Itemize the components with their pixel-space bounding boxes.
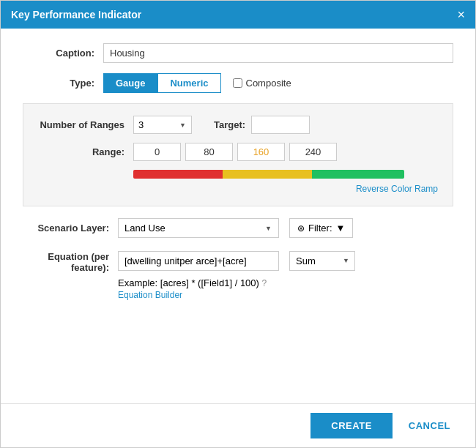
color-ramp xyxy=(133,170,404,179)
num-ranges-select-wrapper: 3 1 2 4 5 xyxy=(133,116,192,134)
caption-row: Caption: xyxy=(23,43,453,63)
type-row: Type: Gauge Numeric Composite xyxy=(23,73,453,93)
dialog-body: Caption: Type: Gauge Numeric Composite N… xyxy=(1,29,475,403)
dialog-footer: CREATE CANCEL xyxy=(1,403,475,447)
range-input-1[interactable] xyxy=(185,143,233,161)
range-row: Range: xyxy=(38,143,438,161)
caption-label: Caption: xyxy=(23,48,103,59)
composite-checkbox[interactable] xyxy=(233,78,242,88)
scenario-section: Scenario Layer: Land Use Zoning General … xyxy=(23,218,453,307)
filter-icon: ⊛ xyxy=(297,223,305,234)
filter-button[interactable]: ⊛ Filter: ▼ xyxy=(289,218,353,238)
range-inputs xyxy=(133,143,337,161)
scenario-layer-select[interactable]: Land Use Zoning General Plan xyxy=(118,218,279,238)
scenario-layer-label: Scenario Layer: xyxy=(23,223,118,234)
filter-dropdown-icon: ▼ xyxy=(336,223,346,234)
target-label: Target: xyxy=(214,119,245,130)
range-input-0[interactable] xyxy=(133,143,181,161)
filter-label: Filter: xyxy=(308,223,332,234)
gauge-button[interactable]: Gauge xyxy=(103,73,157,93)
gauge-section: Number of Ranges 3 1 2 4 5 Target: xyxy=(23,103,453,206)
scenario-select-wrapper: Land Use Zoning General Plan xyxy=(118,218,279,238)
range-input-3[interactable] xyxy=(289,143,337,161)
target-input[interactable] xyxy=(251,116,310,134)
target-section: Target: xyxy=(214,116,310,134)
equation-hint-row: Example: [acres] * ([Field1] / 100) ? xyxy=(118,277,453,288)
reverse-color-ramp-container: Reverse Color Ramp xyxy=(38,183,438,194)
reverse-color-ramp-link[interactable]: Reverse Color Ramp xyxy=(356,184,438,194)
type-label: Type: xyxy=(23,78,103,89)
composite-label: Composite xyxy=(246,78,291,89)
cancel-button[interactable]: CANCEL xyxy=(398,413,461,438)
type-buttons: Gauge Numeric xyxy=(103,73,221,93)
num-ranges-label: Number of Ranges xyxy=(38,119,133,130)
help-icon[interactable]: ? xyxy=(262,278,267,288)
scenario-layer-row: Scenario Layer: Land Use Zoning General … xyxy=(23,218,453,238)
sum-select[interactable]: Sum Average Count Min Max xyxy=(289,251,355,271)
close-button[interactable]: × xyxy=(457,8,465,21)
dialog-container: Key Performance Indicator × Caption: Typ… xyxy=(0,0,476,448)
equation-builder-link[interactable]: Equation Builder xyxy=(118,290,453,300)
composite-checkbox-label[interactable]: Composite xyxy=(233,78,291,89)
equation-group: Sum Average Count Min Max xyxy=(118,251,355,271)
create-button[interactable]: CREATE xyxy=(310,413,392,438)
dialog-title: Key Performance Indicator xyxy=(11,9,141,20)
range-label: Range: xyxy=(38,146,133,157)
equation-row: Equation (per feature): Sum Average Coun… xyxy=(23,248,453,273)
title-bar: Key Performance Indicator × xyxy=(1,1,475,29)
caption-input[interactable] xyxy=(103,43,453,63)
num-ranges-select[interactable]: 3 1 2 4 5 xyxy=(133,116,192,134)
equation-label: Equation (per feature): xyxy=(23,248,118,273)
range-input-2[interactable] xyxy=(237,143,285,161)
equation-hint: Example: [acres] * ([Field1] / 100) xyxy=(118,277,259,288)
num-ranges-row: Number of Ranges 3 1 2 4 5 Target: xyxy=(38,116,438,134)
sum-select-wrapper: Sum Average Count Min Max xyxy=(289,251,355,271)
numeric-button[interactable]: Numeric xyxy=(157,73,220,93)
equation-input[interactable] xyxy=(118,251,279,271)
equation-input-row: Sum Average Count Min Max xyxy=(118,251,355,271)
